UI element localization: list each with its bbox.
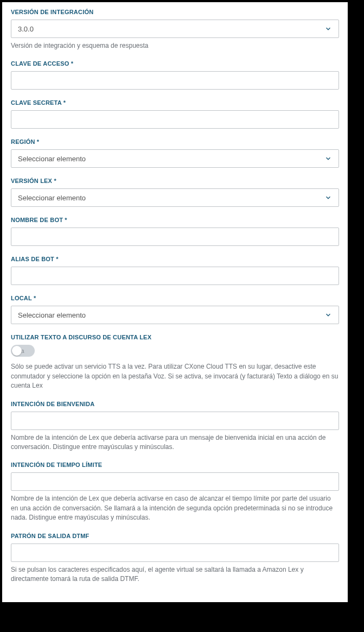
field-lex-tts: UTILIZAR TEXTO A DISCURSO DE CUENTA LEX …	[11, 334, 339, 390]
help-timeout-intent: Nombre de la intención de Lex que deberí…	[11, 494, 339, 522]
help-welcome-intent: Nombre de la intención de Lex que deberí…	[11, 433, 339, 452]
help-integration-version: Versión de integración y esquema de resp…	[11, 41, 339, 50]
field-access-key: CLAVE DE ACCESO *	[11, 60, 339, 90]
help-dtmf-pattern: Si se pulsan los caracteres especificado…	[11, 565, 339, 584]
input-bot-name[interactable]	[11, 227, 339, 246]
field-dtmf-pattern: PATRÓN DE SALIDA DTMF Si se pulsan los c…	[11, 533, 339, 584]
label-welcome-intent: INTENCIÓN DE BIENVENIDA	[11, 401, 339, 407]
field-bot-alias: ALIAS DE BOT *	[11, 256, 339, 285]
select-value: 3.0.0	[18, 25, 320, 33]
label-region: REGIÓN *	[11, 138, 339, 145]
input-dtmf-pattern[interactable]	[11, 543, 339, 562]
field-bot-name: NOMBRE DE BOT *	[11, 217, 339, 246]
help-lex-tts: Sólo se puede activar un servicio TTS a …	[11, 362, 339, 390]
field-secret-key: CLAVE SECRETA *	[11, 99, 339, 129]
chevron-down-icon	[324, 311, 332, 319]
select-placeholder: Seleccionar elemento	[18, 311, 320, 319]
input-bot-alias[interactable]	[11, 267, 339, 285]
label-bot-alias: ALIAS DE BOT *	[11, 256, 339, 262]
label-secret-key: CLAVE SECRETA *	[11, 99, 339, 106]
field-locale: LOCAL * Seleccionar elemento	[11, 295, 339, 324]
label-lex-version: VERSIÓN LEX *	[11, 178, 339, 184]
field-integration-version: VERSIÓN DE INTEGRACIÓN 3.0.0 Versión de …	[11, 9, 339, 50]
select-region[interactable]: Seleccionar elemento	[11, 149, 339, 168]
label-dtmf-pattern: PATRÓN DE SALIDA DTMF	[11, 533, 339, 539]
select-lex-version[interactable]: Seleccionar elemento	[11, 188, 339, 207]
input-timeout-intent[interactable]	[11, 472, 339, 491]
select-placeholder: Seleccionar elemento	[18, 155, 320, 163]
input-secret-key[interactable]	[11, 110, 339, 129]
field-region: REGIÓN * Seleccionar elemento	[11, 138, 339, 168]
label-integration-version: VERSIÓN DE INTEGRACIÓN	[11, 9, 339, 15]
label-timeout-intent: INTENCIÓN DE TIEMPO LÍMITE	[11, 462, 339, 468]
toggle-lex-tts[interactable]: ula	[11, 345, 35, 357]
form-panel: VERSIÓN DE INTEGRACIÓN 3.0.0 Versión de …	[2, 2, 348, 602]
field-welcome-intent: INTENCIÓN DE BIENVENIDA Nombre de la int…	[11, 401, 339, 452]
chevron-down-icon	[324, 155, 332, 162]
select-integration-version[interactable]: 3.0.0	[11, 20, 339, 38]
label-bot-name: NOMBRE DE BOT *	[11, 217, 339, 223]
chevron-down-icon	[324, 25, 332, 33]
field-timeout-intent: INTENCIÓN DE TIEMPO LÍMITE Nombre de la …	[11, 462, 339, 522]
select-locale[interactable]: Seleccionar elemento	[11, 306, 339, 324]
field-lex-version: VERSIÓN LEX * Seleccionar elemento	[11, 178, 339, 207]
input-welcome-intent[interactable]	[11, 412, 339, 430]
label-locale: LOCAL *	[11, 295, 339, 301]
select-placeholder: Seleccionar elemento	[18, 194, 320, 202]
label-access-key: CLAVE DE ACCESO *	[11, 60, 339, 67]
label-lex-tts: UTILIZAR TEXTO A DISCURSO DE CUENTA LEX	[11, 334, 339, 340]
chevron-down-icon	[324, 194, 332, 201]
input-access-key[interactable]	[11, 71, 339, 90]
